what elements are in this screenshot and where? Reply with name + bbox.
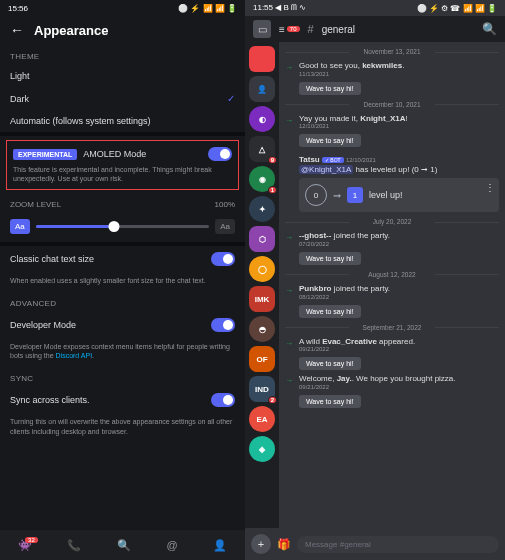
sync-toggle[interactable] (211, 393, 235, 407)
server-icon[interactable]: 👤 (249, 76, 275, 102)
bot-tag: ✓ BOT (322, 157, 344, 163)
server-icon[interactable]: ◓ (249, 316, 275, 342)
discord-api-link[interactable]: Discord API (56, 352, 93, 359)
section-theme: THEME (0, 44, 245, 65)
message-input[interactable]: Message #general (297, 536, 499, 553)
theme-dark-row[interactable]: Dark ✓ (0, 87, 245, 110)
slider-thumb[interactable] (108, 221, 119, 232)
settings-header: ← Appearance (0, 16, 245, 44)
date-divider: September 21, 2022 (285, 322, 499, 333)
level-label: level up! (369, 190, 403, 200)
wave-button[interactable]: Wave to say hi! (299, 357, 361, 370)
wave-button[interactable]: Wave to say hi! (299, 134, 361, 147)
level-up-card: 0 ➞ 1 level up! ⋮ (299, 178, 499, 212)
page-title: Appearance (34, 23, 108, 38)
classic-text-row[interactable]: Classic chat text size (0, 246, 245, 272)
server-icon[interactable]: ✦ (249, 196, 275, 222)
theme-dark-label: Dark (10, 94, 29, 104)
search-icon[interactable]: 🔍 (482, 22, 497, 36)
back-icon[interactable]: ← (10, 22, 24, 38)
dev-toggle[interactable] (211, 318, 235, 332)
wave-button[interactable]: Wave to say hi! (299, 305, 361, 318)
server-list: 👤◐△9◉1✦⬡◯IMK◓OFIND2EA◈ (245, 42, 279, 528)
server-badge: 1 (268, 186, 277, 194)
wave-button[interactable]: Wave to say hi! (299, 395, 361, 408)
more-icon[interactable]: ⋮ (485, 182, 495, 193)
theme-light-label: Light (10, 71, 30, 81)
chat-pane: 11:55 ◀ B ᗰ ∿ ⚪ ⚡ ⚙ ☎ 📶 📶 🔋 ▭ ≡70 # gene… (245, 0, 505, 560)
server-badge: 9 (268, 156, 277, 164)
status-time: 11:55 ◀ B ᗰ ∿ (253, 3, 306, 13)
filter-button[interactable]: ≡70 (279, 24, 300, 35)
dev-desc: Developer Mode exposes context menu item… (0, 338, 245, 366)
wave-button[interactable]: Wave to say hi! (299, 82, 361, 95)
server-icon[interactable]: ◐ (249, 106, 275, 132)
sync-desc: Turning this on will overwrite the above… (0, 413, 245, 441)
join-arrow-icon: → (285, 233, 293, 265)
server-badge: 2 (268, 396, 277, 404)
gift-icon[interactable]: 🎁 (277, 538, 291, 551)
zoom-value: 100% (215, 200, 235, 209)
check-icon: ✓ (227, 93, 235, 104)
status-icons: ⚪ ⚡ ⚙ ☎ 📶 📶 🔋 (417, 4, 497, 13)
message-list: November 13, 2021 → Good to see you, kek… (279, 42, 505, 528)
dev-desc-post: . (92, 352, 94, 359)
amoled-toggle[interactable] (208, 147, 232, 161)
mention[interactable]: @Knight_X1A (299, 165, 353, 174)
channel-name[interactable]: general (322, 24, 355, 35)
arrow-icon: ➞ (333, 190, 341, 201)
section-sync: SYNC (0, 366, 245, 387)
msg-timestamp: 12/10/2021 (299, 123, 499, 129)
nav-discord-icon[interactable]: 👾32 (18, 539, 32, 552)
server-icon[interactable]: ◉1 (249, 166, 275, 192)
experimental-highlight-box: EXPERIMENTAL AMOLED Mode This feature is… (6, 140, 239, 190)
nav-mentions-icon[interactable]: @ (166, 539, 177, 551)
level-from: 0 (305, 184, 327, 206)
join-arrow-icon: → (285, 116, 293, 148)
msg-timestamp: 08/12/2022 (299, 294, 499, 300)
settings-pane: 15:56 ⚪ ⚡ 📶 📶 🔋 ← Appearance THEME Light… (0, 0, 245, 560)
chat-body: 👤◐△9◉1✦⬡◯IMK◓OFIND2EA◈ November 13, 2021… (245, 42, 505, 528)
classic-toggle[interactable] (211, 252, 235, 266)
sync-row[interactable]: Sync across clients. (0, 387, 245, 413)
server-icon[interactable]: △9 (249, 136, 275, 162)
server-icon[interactable]: IMK (249, 286, 275, 312)
theme-auto-label: Automatic (follows system settings) (10, 116, 151, 126)
nav-friends-icon[interactable]: 📞 (67, 539, 81, 552)
zoom-slider-row: Aa Aa (0, 215, 245, 242)
server-icon[interactable]: IND2 (249, 376, 275, 402)
msg-timestamp: 11/13/2021 (299, 71, 499, 77)
aa-large[interactable]: Aa (215, 219, 235, 234)
join-arrow-icon: → (285, 286, 293, 318)
join-message: → Punkbro joined the party. 08/12/2022 W… (285, 282, 499, 320)
server-icon[interactable] (249, 46, 275, 72)
experimental-badge: EXPERIMENTAL (13, 149, 77, 160)
classic-label: Classic chat text size (10, 254, 94, 264)
join-message: → Welcome, Jay.. We hope you brought piz… (285, 372, 499, 410)
nav-search-icon[interactable]: 🔍 (117, 539, 131, 552)
theme-light-row[interactable]: Light (0, 65, 245, 87)
join-arrow-icon: → (285, 63, 293, 95)
dev-mode-row[interactable]: Developer Mode (0, 312, 245, 338)
server-icon[interactable]: OF (249, 346, 275, 372)
nav-profile-icon[interactable]: 👤 (213, 539, 227, 552)
server-icon[interactable]: ⬡ (249, 226, 275, 252)
theme-auto-row[interactable]: Automatic (follows system settings) (0, 110, 245, 132)
join-message: → Good to see you, kekwmiles. 11/13/2021… (285, 59, 499, 97)
server-icon[interactable]: ◈ (249, 436, 275, 462)
aa-small[interactable]: Aa (10, 219, 30, 234)
status-bar-left: 15:56 ⚪ ⚡ 📶 📶 🔋 (0, 0, 245, 16)
date-divider: December 10, 2021 (285, 99, 499, 110)
join-message: → A wild Evac_Creative appeared. 09/21/2… (285, 335, 499, 373)
server-icon[interactable]: ◯ (249, 256, 275, 282)
level-to: 1 (347, 187, 363, 203)
amoled-row[interactable]: EXPERIMENTAL AMOLED Mode (13, 147, 232, 161)
server-icon[interactable]: EA (249, 406, 275, 432)
zoom-slider[interactable] (36, 225, 209, 228)
date-divider: August 12, 2022 (285, 269, 499, 280)
join-message: → Yay you made it, Knight_X1A! 12/10/202… (285, 112, 499, 150)
add-attachment-button[interactable]: + (251, 534, 271, 554)
date-divider: July 20, 2022 (285, 216, 499, 227)
wave-button[interactable]: Wave to say hi! (299, 252, 361, 265)
inbox-icon[interactable]: ▭ (253, 20, 271, 38)
